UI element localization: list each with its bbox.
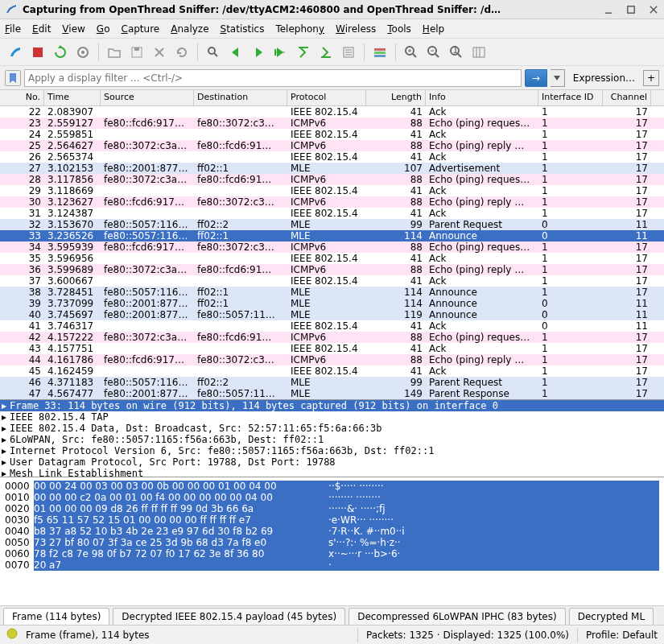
packet-row[interactable]: 343.595939fe80::fcd6:917…fe80::3072:c3…I… [0, 242, 664, 253]
packet-details[interactable]: ▸ Frame 33: 114 bytes on wire (912 bits)… [0, 400, 664, 477]
col-info[interactable]: Info [426, 90, 538, 105]
zoom-in-button[interactable] [401, 42, 422, 63]
auto-scroll-button[interactable] [338, 42, 359, 63]
expert-info-icon[interactable] [6, 628, 18, 642]
go-first-button[interactable] [293, 42, 314, 63]
col-channel[interactable]: Channel [603, 90, 651, 105]
packet-row[interactable]: 303.123627fe80::fcd6:917…fe80::3072:c3…I… [0, 196, 664, 208]
packet-row[interactable]: 424.157222fe80::3072:c3a…fe80::fcd6:91…I… [0, 332, 664, 343]
packet-row[interactable]: 273.102153fe80::2001:877…ff02::1MLE107Ad… [0, 163, 664, 174]
restart-capture-button[interactable] [50, 42, 71, 63]
hex-row[interactable]: 002001 00 00 00 09 d8 26 ff ff ff ff 99 … [5, 503, 659, 514]
hex-row[interactable]: 006078 f2 c8 7e 98 0f b7 72 07 f0 17 62 … [5, 548, 659, 559]
status-profile[interactable]: Profile: Default [586, 630, 658, 641]
go-last-button[interactable] [316, 42, 336, 63]
zoom-reset-button[interactable]: 1 [446, 42, 467, 63]
packet-row[interactable]: 454.162459IEEE 802.15.441Ack117 [0, 365, 664, 377]
packet-row[interactable]: 293.118669IEEE 802.15.441Ack117 [0, 185, 664, 196]
filterbar: → Expression… + [0, 66, 664, 90]
menu-help[interactable]: Help [423, 23, 444, 35]
hex-row[interactable]: 001000 00 00 c2 0a 00 01 00 f4 00 00 00 … [5, 492, 659, 503]
packet-row[interactable]: 242.559851IEEE 802.15.441Ack117 [0, 129, 664, 140]
col-no[interactable]: No. [0, 90, 44, 105]
detail-line[interactable]: ▸ 6LoWPAN, Src: fe80::5057:1165:f56a:663… [0, 434, 664, 445]
packet-row[interactable]: 323.153670fe80::5057:116…ff02::2MLE99Par… [0, 219, 664, 230]
expression-button[interactable]: Expression… [568, 72, 640, 84]
hex-row[interactable]: 005073 27 bf 80 07 3f 3a ce 25 3d 9b 68 … [5, 537, 659, 548]
go-back-button[interactable] [225, 42, 246, 63]
packet-row[interactable]: 252.564627fe80::3072:c3a…fe80::fcd6:91…I… [0, 140, 664, 151]
minimize-button[interactable] [603, 4, 614, 15]
detail-line[interactable]: ▸ Mesh Link Establishment [0, 468, 664, 477]
tab-decompressed[interactable]: Decompressed 6LoWPAN IPHC (83 bytes) [348, 608, 566, 625]
detail-line[interactable]: ▸ User Datagram Protocol, Src Port: 1978… [0, 456, 664, 468]
col-source[interactable]: Source [101, 90, 194, 105]
menu-capture[interactable]: Capture [121, 23, 159, 35]
packet-row[interactable]: 434.157751IEEE 802.15.441Ack117 [0, 343, 664, 354]
close-button[interactable] [648, 4, 659, 15]
start-capture-button[interactable] [5, 42, 26, 63]
stop-capture-button[interactable] [27, 42, 48, 63]
menu-edit[interactable]: Edit [32, 23, 51, 35]
packet-bytes[interactable]: 000000 00 24 00 03 00 03 00 0b 00 00 00 … [0, 477, 664, 605]
detail-line[interactable]: ▸ IEEE 802.15.4 TAP [0, 411, 664, 423]
detail-line[interactable]: ▸ IEEE 802.15.4 Data, Dst: Broadcast, Sr… [0, 423, 664, 434]
hex-row[interactable]: 007020 a7 · [5, 559, 659, 571]
find-packet-button[interactable] [203, 42, 224, 63]
apply-filter-button[interactable]: → [525, 69, 547, 87]
col-time[interactable]: Time [44, 90, 101, 105]
hex-row[interactable]: 0040b8 37 a8 52 10 b3 4b 2e 23 e9 97 6d … [5, 526, 659, 537]
bookmark-filter-icon[interactable] [5, 70, 21, 86]
zoom-out-button[interactable] [423, 42, 444, 63]
menu-view[interactable]: View [62, 23, 85, 35]
capture-options-button[interactable] [72, 42, 93, 63]
filter-dropdown-button[interactable] [551, 69, 565, 87]
menu-go[interactable]: Go [97, 23, 110, 35]
hex-row[interactable]: 000000 00 24 00 03 00 03 00 0b 00 00 00 … [5, 481, 659, 492]
tab-frame[interactable]: Frame (114 bytes) [3, 608, 109, 625]
packet-row[interactable]: 232.559127fe80::fcd6:917…fe80::3072:c3…I… [0, 118, 664, 129]
packet-row[interactable]: 474.567477fe80::2001:877…fe80::5057:11…M… [0, 388, 664, 399]
col-length[interactable]: Length [366, 90, 426, 105]
col-interface[interactable]: Interface ID [538, 90, 603, 105]
add-filter-button[interactable]: + [643, 70, 659, 86]
colorize-button[interactable] [369, 42, 390, 63]
col-destination[interactable]: Destination [194, 90, 287, 105]
detail-line[interactable]: ▸ Frame 33: 114 bytes on wire (912 bits)… [0, 400, 664, 411]
menu-telephony[interactable]: Telephony [275, 23, 324, 35]
save-button[interactable] [126, 42, 147, 63]
resize-columns-button[interactable] [468, 42, 489, 63]
menu-file[interactable]: File [5, 23, 21, 35]
maximize-button[interactable] [625, 4, 637, 15]
detail-line[interactable]: ▸ Internet Protocol Version 6, Src: fe80… [0, 445, 664, 456]
menu-statistics[interactable]: Statistics [221, 23, 265, 35]
packet-row[interactable]: 464.371183fe80::5057:116…ff02::2MLE99Par… [0, 377, 664, 388]
packet-row[interactable]: 393.737099fe80::2001:877…ff02::1MLE114An… [0, 298, 664, 309]
packet-row[interactable]: 403.745697fe80::2001:877…fe80::5057:11…M… [0, 309, 664, 320]
menu-tools[interactable]: Tools [387, 23, 411, 35]
packet-list[interactable]: No. Time Source Destination Protocol Len… [0, 90, 664, 400]
packet-row[interactable]: 222.083907IEEE 802.15.441Ack117 [0, 106, 664, 118]
packet-row[interactable]: 283.117856fe80::3072:c3a…fe80::fcd6:91…I… [0, 174, 664, 185]
packet-row[interactable]: 262.565374IEEE 802.15.441Ack117 [0, 151, 664, 163]
reload-button[interactable] [171, 42, 192, 63]
packet-row[interactable]: 313.124387IEEE 802.15.441Ack117 [0, 208, 664, 219]
hex-row[interactable]: 0030f5 65 11 57 52 15 01 00 00 00 00 ff … [5, 514, 659, 526]
menu-analyze[interactable]: Analyze [171, 23, 208, 35]
menu-wireless[interactable]: Wireless [336, 23, 376, 35]
packet-row[interactable]: 373.600667IEEE 802.15.441Ack117 [0, 275, 664, 287]
col-protocol[interactable]: Protocol [287, 90, 366, 105]
open-file-button[interactable] [104, 42, 125, 63]
display-filter-input[interactable] [24, 69, 522, 87]
packet-row[interactable]: 363.599689fe80::3072:c3a…fe80::fcd6:91…I… [0, 264, 664, 275]
packet-row[interactable]: 333.236526fe80::5057:116…ff02::1MLE114An… [0, 230, 664, 242]
tab-decrypted[interactable]: Decrypted IEEE 802.15.4 payload (45 byte… [113, 608, 345, 625]
packet-row[interactable]: 383.728451fe80::5057:116…ff02::1MLE114An… [0, 287, 664, 298]
go-forward-button[interactable] [248, 42, 269, 63]
close-file-button[interactable] [149, 42, 170, 63]
packet-row[interactable]: 444.161786fe80::fcd6:917…fe80::3072:c3…I… [0, 354, 664, 365]
tab-decrypted-mle[interactable]: Decrypted ML [569, 608, 654, 625]
packet-row[interactable]: 413.746317IEEE 802.15.441Ack011 [0, 320, 664, 332]
packet-row[interactable]: 353.596956IEEE 802.15.441Ack117 [0, 253, 664, 264]
go-to-packet-button[interactable] [270, 42, 291, 63]
